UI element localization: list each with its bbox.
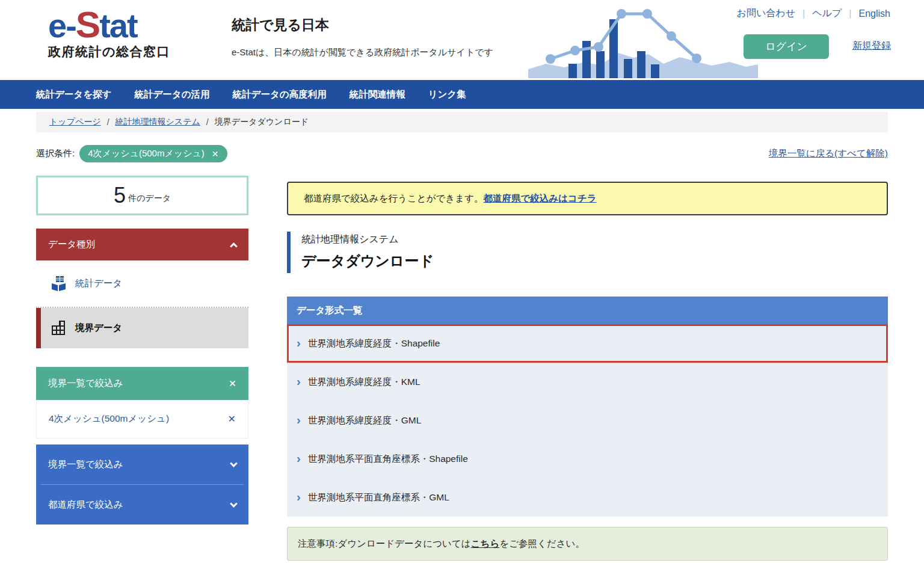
format-item-plane-shapefile[interactable]: › 世界測地系平面直角座標系・Shapefile — [287, 440, 888, 478]
site-header: e-Stat 政府統計の総合窓口 統計で見る日本 e-Statは、日本の統計が閲… — [0, 0, 924, 80]
nav-item-use-statistics[interactable]: 統計データの活用 — [134, 88, 209, 101]
login-button[interactable]: ログイン — [744, 34, 829, 59]
global-nav: 統計データを探す 統計データの活用 統計データの高度利用 統計関連情報 リンク集 — [0, 80, 924, 109]
header-utility-links: お問い合わせ | ヘルプ | English — [737, 7, 890, 20]
download-note: 注意事項:ダウンロードデータについては こちら をご参照ください。 — [287, 527, 888, 561]
back-to-boundary-list-link[interactable]: 境界一覧に戻る(すべて解除) — [769, 147, 888, 160]
filter-menu-boundary-list[interactable]: 境界一覧で絞込み — [36, 445, 248, 484]
result-count-unit: 件のデータ — [128, 193, 171, 204]
condition-chip-label: 4次メッシュ(500mメッシュ) — [88, 148, 205, 159]
data-type-panel-title: データ種別 — [48, 238, 95, 251]
note-link[interactable]: こちら — [471, 538, 500, 550]
format-item-latlon-shapefile[interactable]: › 世界測地系緯度経度・Shapefile — [287, 324, 888, 363]
data-type-panel: データ種別 統計データ — [36, 229, 248, 348]
decorative-statistics-chart — [528, 0, 758, 78]
chevron-right-icon: › — [297, 452, 301, 464]
breadcrumb-current: 境界データダウンロード — [215, 117, 309, 128]
selected-conditions-label: 選択条件: — [36, 148, 75, 159]
english-link[interactable]: English — [859, 8, 890, 19]
boundary-filter-header[interactable]: 境界一覧で絞込み ✕ — [36, 367, 248, 400]
sidebar-item-label: 統計データ — [75, 277, 122, 290]
note-prefix: 注意事項:ダウンロードデータについては — [298, 538, 471, 550]
selected-conditions-bar: 選択条件: 4次メッシュ(500mメッシュ) ✕ 境界一覧に戻る(すべて解除) — [36, 145, 888, 162]
chevron-right-icon: › — [297, 414, 301, 426]
chevron-up-icon — [230, 242, 238, 250]
remove-condition-icon[interactable]: ✕ — [212, 149, 219, 159]
sidebar-item-boundary-data[interactable]: 境界データ — [36, 308, 248, 348]
chevron-right-icon: › — [297, 337, 301, 349]
chevron-right-icon: › — [297, 375, 301, 387]
result-count-number: 5 — [114, 183, 126, 208]
data-format-header: データ形式一覧 — [287, 297, 888, 324]
chevron-down-icon — [230, 500, 238, 508]
nav-item-related-info[interactable]: 統計関連情報 — [350, 88, 405, 101]
notice-text: 都道府県で絞込みを行うことができます。 — [304, 192, 484, 205]
boundary-filter-item-label: 4次メッシュ(500mメッシュ) — [49, 413, 169, 425]
result-count-box: 5 件のデータ — [36, 176, 248, 215]
statistics-data-icon — [51, 275, 67, 292]
boundary-data-icon — [51, 320, 67, 336]
contact-link[interactable]: お問い合わせ — [737, 7, 796, 20]
data-type-panel-header[interactable]: データ種別 — [36, 229, 248, 260]
format-item-label: 世界測地系緯度経度・GML — [308, 414, 422, 427]
breadcrumb-separator: / — [107, 117, 109, 127]
filter-menu-label: 都道府県で絞込み — [48, 499, 123, 511]
format-item-label: 世界測地系緯度経度・KML — [308, 376, 420, 389]
site-title: 統計で見る日本 — [232, 16, 493, 34]
breadcrumb-separator: / — [206, 117, 209, 127]
page-title-block: 統計地理情報システム データダウンロード — [287, 232, 888, 273]
page-category: 統計地理情報システム — [301, 233, 888, 246]
help-link[interactable]: ヘルプ — [812, 7, 842, 20]
chevron-down-icon — [230, 460, 238, 467]
estat-page: e-Stat 政府統計の総合窓口 統計で見る日本 e-Statは、日本の統計が閲… — [0, 0, 924, 563]
format-item-label: 世界測地系平面直角座標系・Shapefile — [308, 453, 468, 466]
sidebar-item-statistics-data[interactable]: 統計データ — [36, 260, 248, 307]
prefecture-filter-notice: 都道府県で絞込みを行うことができます。 都道府県で絞込みはコチラ — [287, 182, 888, 215]
register-link[interactable]: 新規登録 — [852, 40, 891, 52]
boundary-filter-item-mesh[interactable]: 4次メッシュ(500mメッシュ) ✕ — [36, 400, 248, 438]
boundary-filter-title: 境界一覧で絞込み — [48, 377, 123, 390]
remove-item-icon[interactable]: ✕ — [228, 413, 236, 425]
site-title-block: 統計で見る日本 e-Statは、日本の統計が閲覧できる政府統計ポータルサイトです — [232, 16, 493, 58]
breadcrumb-geo-system[interactable]: 統計地理情報システム — [116, 117, 200, 128]
main-content: 都道府県で絞込みを行うことができます。 都道府県で絞込みはコチラ 統計地理情報シ… — [287, 176, 888, 561]
format-item-latlon-gml[interactable]: › 世界測地系緯度経度・GML — [287, 401, 888, 440]
page-title: データダウンロード — [301, 251, 888, 271]
prefecture-filter-link[interactable]: 都道府県で絞込みはコチラ — [484, 192, 597, 205]
remove-filter-icon[interactable]: ✕ — [229, 378, 236, 389]
format-item-label: 世界測地系緯度経度・Shapefile — [308, 337, 440, 350]
format-item-label: 世界測地系平面直角座標系・GML — [308, 491, 449, 504]
sidebar-item-label: 境界データ — [75, 322, 122, 334]
boundary-filter-panel: 境界一覧で絞込み ✕ 4次メッシュ(500mメッシュ) ✕ — [36, 367, 248, 438]
format-item-latlon-kml[interactable]: › 世界測地系緯度経度・KML — [287, 363, 888, 401]
note-suffix: をご参照ください。 — [499, 538, 585, 550]
breadcrumb-top-page[interactable]: トップページ — [49, 117, 101, 128]
nav-item-find-statistics[interactable]: 統計データを探す — [36, 88, 111, 101]
nav-item-links[interactable]: リンク集 — [428, 88, 466, 101]
estat-logo[interactable]: e-Stat 政府統計の総合窓口 — [48, 6, 170, 60]
nav-item-advanced-use[interactable]: 統計データの高度利用 — [233, 88, 327, 101]
estat-logo-subtitle: 政府統計の総合窓口 — [48, 43, 170, 60]
data-format-list: › 世界測地系緯度経度・Shapefile › 世界測地系緯度経度・KML › … — [287, 324, 888, 517]
condition-chip-mesh[interactable]: 4次メッシュ(500mメッシュ) ✕ — [79, 145, 227, 162]
filter-menu-prefecture[interactable]: 都道府県で絞込み — [36, 485, 248, 525]
filter-menu-label: 境界一覧で絞込み — [48, 458, 123, 471]
breadcrumb: トップページ / 統計地理情報システム / 境界データダウンロード — [36, 112, 888, 132]
chevron-right-icon: › — [297, 491, 301, 503]
estat-logo-text: e-Stat — [48, 6, 170, 43]
site-description: e-Statは、日本の統計が閲覧できる政府統計ポータルサイトです — [232, 47, 493, 58]
filter-menu-panel: 境界一覧で絞込み 都道府県で絞込み — [36, 445, 248, 525]
format-item-plane-gml[interactable]: › 世界測地系平面直角座標系・GML — [287, 478, 888, 517]
data-format-panel: データ形式一覧 › 世界測地系緯度経度・Shapefile › 世界測地系緯度経… — [287, 297, 888, 517]
sidebar: 5 件のデータ データ種別 統計データ — [36, 176, 248, 525]
link-separator: | — [802, 8, 805, 19]
link-separator: | — [849, 8, 851, 19]
